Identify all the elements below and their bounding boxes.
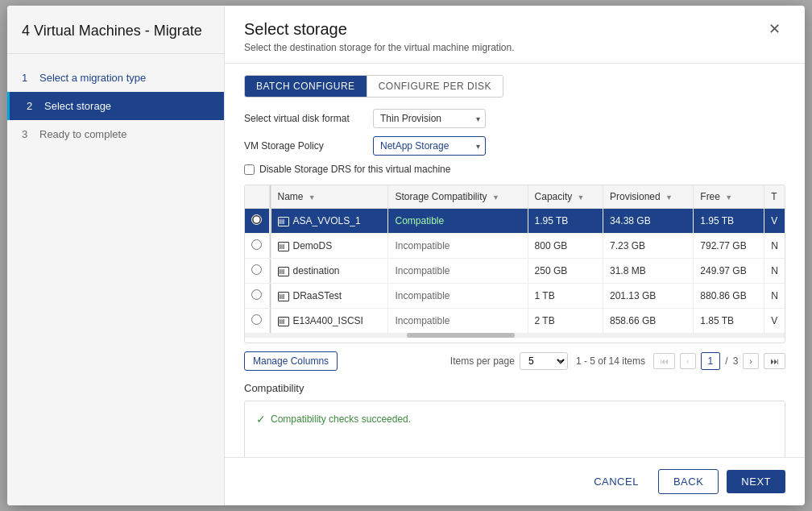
tab-bar: BATCH CONFIGURE CONFIGURE PER DISK (244, 75, 503, 98)
col-storage-compat: Storage Compatibility ▼ (388, 185, 528, 209)
page-title: Select storage (244, 20, 515, 39)
row-radio[interactable] (251, 214, 262, 225)
pagination: Items per page 5 10 25 1 - 5 of 14 items… (450, 352, 785, 370)
tab-batch-configure[interactable]: BATCH CONFIGURE (245, 76, 367, 97)
disable-drs-row: Disable Storage DRS for this virtual mac… (244, 164, 785, 175)
disk-format-row: Select virtual disk format Thin Provisio… (244, 109, 785, 128)
page-info: 1 - 5 of 14 items (576, 355, 645, 367)
main-header: Select storage Select the destination st… (225, 6, 805, 64)
row-type: V (764, 209, 785, 234)
table-row[interactable]: ▤destination Incompatible 250 GB 31.8 MB… (245, 259, 785, 284)
radio-cell[interactable] (245, 259, 269, 284)
table-row[interactable]: ▤ASA_VVOLS_1 Compatible 1.95 TB 34.38 GB… (245, 209, 785, 234)
tab-configure-per-disk[interactable]: CONFIGURE PER DISK (367, 76, 503, 97)
storage-table-wrapper: Name ▼ Storage Compatibility ▼ Capacity … (244, 185, 785, 343)
main-panel: Select storage Select the destination st… (225, 6, 805, 505)
row-capacity: 250 GB (528, 259, 603, 284)
row-provisioned: 858.66 GB (603, 309, 693, 334)
horizontal-scrollbar[interactable] (245, 333, 785, 338)
datastore-icon: ▤ (278, 317, 289, 326)
datastore-icon: ▤ (278, 242, 289, 251)
prev-page-button[interactable]: ‹ (680, 353, 696, 369)
compatibility-box: ✓ Compatibility checks succeeded. (244, 401, 785, 457)
col-free: Free ▼ (694, 185, 764, 209)
sidebar-title: 4 Virtual Machines - Migrate (7, 6, 224, 54)
cancel-button[interactable]: CANCEL (582, 470, 650, 493)
row-type: N (764, 284, 785, 309)
table-footer: Manage Columns Items per page 5 10 25 1 … (244, 351, 785, 371)
row-name: ▤DRaaSTest (271, 284, 388, 309)
first-page-button[interactable]: ⏮ (653, 353, 675, 369)
next-button[interactable]: NEXT (727, 470, 785, 493)
datastore-icon: ▤ (278, 292, 289, 301)
row-capacity: 1 TB (528, 284, 603, 309)
page-separator: / (725, 355, 727, 367)
scrollbar-thumb (407, 333, 515, 338)
check-icon: ✓ (256, 413, 266, 426)
provisioned-sort-icon[interactable]: ▼ (665, 193, 673, 201)
row-free: 249.97 GB (694, 259, 764, 284)
row-capacity: 1.95 TB (528, 209, 603, 234)
free-sort-icon[interactable]: ▼ (725, 193, 732, 201)
row-storage-compat: Incompatible (388, 309, 528, 334)
table-row[interactable]: ▤E13A400_ISCSI Incompatible 2 TB 858.66 … (245, 309, 785, 334)
close-button[interactable]: ✕ (764, 20, 785, 38)
radio-cell[interactable] (245, 309, 269, 334)
capacity-sort-icon[interactable]: ▼ (578, 193, 585, 201)
radio-cell[interactable] (245, 209, 269, 234)
row-storage-compat: Incompatible (388, 259, 528, 284)
sidebar: 4 Virtual Machines - Migrate 1 Select a … (7, 6, 225, 505)
radio-cell[interactable] (245, 234, 269, 259)
row-name: ▤destination (271, 259, 388, 284)
row-radio[interactable] (251, 314, 262, 325)
storage-policy-select[interactable]: NetApp Storage (373, 136, 486, 156)
sidebar-step-2[interactable]: 2 Select storage (7, 92, 224, 120)
disk-format-select[interactable]: Thin Provision (373, 109, 486, 128)
disable-drs-checkbox[interactable] (244, 164, 255, 175)
storage-policy-row: VM Storage Policy NetApp Storage (244, 136, 785, 156)
row-free: 792.77 GB (694, 234, 764, 259)
storage-table: Name ▼ Storage Compatibility ▼ Capacity … (245, 185, 785, 333)
step-3-label: Ready to complete (39, 128, 126, 140)
sidebar-step-1[interactable]: 1 Select a migration type (7, 64, 224, 92)
row-radio[interactable] (251, 289, 262, 300)
name-sort-icon[interactable]: ▼ (309, 193, 316, 201)
row-free: 1.85 TB (694, 309, 764, 334)
main-body: BATCH CONFIGURE CONFIGURE PER DISK Selec… (225, 64, 805, 457)
radio-cell[interactable] (245, 284, 269, 309)
current-page: 1 (701, 352, 721, 370)
row-provisioned: 201.13 GB (603, 284, 693, 309)
row-free: 1.95 TB (694, 209, 764, 234)
storage-policy-label: VM Storage Policy (244, 140, 365, 152)
col-radio (245, 185, 269, 209)
row-storage-compat: Incompatible (388, 284, 528, 309)
sidebar-step-3[interactable]: 3 Ready to complete (7, 120, 224, 148)
page-subtitle: Select the destination storage for the v… (244, 42, 515, 53)
col-capacity: Capacity ▼ (528, 185, 603, 209)
row-type: N (764, 259, 785, 284)
row-name: ▤ASA_VVOLS_1 (271, 209, 388, 234)
row-radio[interactable] (251, 264, 262, 275)
step-2-label: Select storage (44, 100, 111, 112)
last-page-button[interactable]: ⏭ (764, 353, 785, 369)
row-type: V (764, 309, 785, 334)
compat-sort-icon[interactable]: ▼ (492, 193, 499, 201)
row-provisioned: 31.8 MB (603, 259, 693, 284)
active-bar (7, 92, 10, 120)
sidebar-steps: 1 Select a migration type 2 Select stora… (7, 54, 224, 158)
table-row[interactable]: ▤DemoDS Incompatible 800 GB 7.23 GB 792.… (245, 234, 785, 259)
compatibility-message: Compatibility checks succeeded. (271, 413, 411, 425)
row-storage-compat: Compatible (388, 209, 528, 234)
back-button[interactable]: BACK (658, 469, 719, 494)
items-per-page-select[interactable]: 5 10 25 (520, 352, 568, 370)
manage-columns-button[interactable]: Manage Columns (244, 351, 338, 371)
next-page-button[interactable]: › (743, 353, 759, 369)
table-row[interactable]: ▤DRaaSTest Incompatible 1 TB 201.13 GB 8… (245, 284, 785, 309)
items-per-page-label: Items per page (450, 355, 515, 367)
row-provisioned: 34.38 GB (603, 209, 693, 234)
row-radio[interactable] (251, 239, 262, 250)
step-1-label: Select a migration type (39, 72, 146, 84)
row-capacity: 800 GB (528, 234, 603, 259)
step-2-number: 2 (27, 100, 38, 112)
row-free: 880.86 GB (694, 284, 764, 309)
